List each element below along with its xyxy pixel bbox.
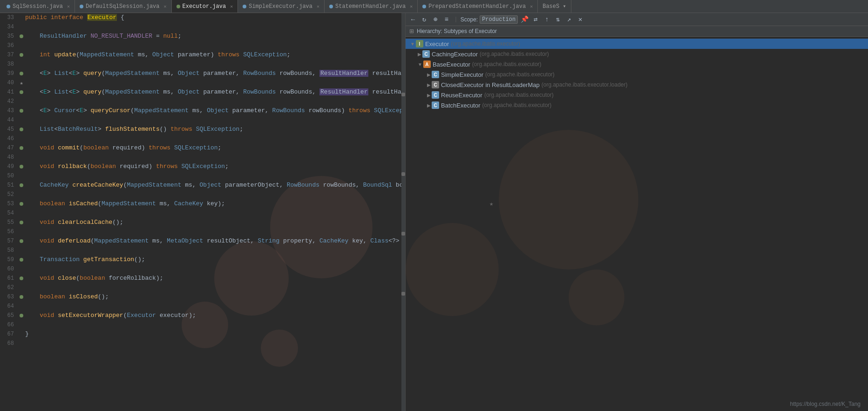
tree-expand-icon[interactable]: ▼ — [418, 62, 422, 67]
hierarchy-sync-btn[interactable]: ⇄ — [531, 15, 540, 24]
tab-close-icon[interactable]: ✕ — [410, 4, 413, 9]
code-line-55: 55 void clearLocalCache(); — [0, 218, 405, 227]
tree-label: ReuseExecutor — [441, 92, 482, 99]
line-number: 37 — [0, 52, 18, 58]
tree-item-cachingexecutor[interactable]: ▶ C CachingExecutor (org.apache.ibatis.e… — [406, 49, 868, 59]
tab-preparedstatement[interactable]: PreparedStatementHandler.java ✕ — [418, 0, 538, 13]
tab-close-icon[interactable]: ✕ — [164, 4, 167, 9]
line-content — [25, 339, 405, 348]
hierarchy-expand-btn[interactable]: ⊕ — [431, 15, 440, 24]
scrollbar-marker — [401, 172, 405, 176]
code-line-68: 68 — [0, 339, 405, 348]
gutter-dot — [20, 146, 23, 150]
line-gutter — [18, 165, 25, 168]
tab-statementhandler[interactable]: StatementHandler.java ✕ — [325, 0, 418, 13]
tree-expand-icon[interactable]: ▶ — [427, 72, 431, 77]
tab-executor[interactable]: Executor.java ✕ — [172, 0, 238, 13]
hierarchy-tree: ★ ▼ I Executor (org.apache.ibatis.execut… — [406, 37, 868, 411]
tree-expand-icon[interactable]: ▶ — [418, 52, 421, 57]
tree-pkg: (org.apache.ibatis.executor) — [480, 51, 549, 57]
tab-defaultsqlsession[interactable]: DefaultSqlSession.java ✕ — [75, 0, 171, 13]
code-line-63: 63 boolean isClosed(); — [0, 292, 405, 302]
line-number: 42 — [0, 98, 18, 105]
tab-close-icon[interactable]: ✕ — [230, 4, 233, 9]
deco-circle-h3 — [569, 270, 624, 325]
tab-close-icon[interactable]: ✕ — [530, 4, 533, 9]
line-gutter — [18, 128, 25, 131]
tab-bar: SqlSession.java ✕ DefaultSqlSession.java… — [0, 0, 868, 13]
abstract-class-icon: A — [423, 61, 431, 68]
line-content: void close(boolean forceRollback); — [25, 274, 405, 283]
tree-expand-icon[interactable]: ▶ — [427, 82, 431, 88]
code-line-67: 67 } — [0, 330, 405, 339]
interface-icon: I — [416, 40, 423, 47]
hierarchy-title-icon: ⊞ — [409, 28, 414, 34]
tab-label: SimpleExecutor.java — [249, 3, 312, 10]
code-line-53: 53 boolean isCached(MappedStatement ms, … — [0, 199, 405, 209]
hierarchy-export-btn[interactable]: ↗ — [564, 15, 574, 24]
tree-expand-icon[interactable]: ▼ — [410, 41, 415, 47]
class-icon: C — [432, 71, 439, 78]
code-line-50: 50 — [0, 171, 405, 181]
code-line-65: 65 void setExecutorWrapper(Executor exec… — [0, 311, 405, 320]
tree-item-batchexecutor[interactable]: ▶ C BatchExecutor (org.apache.ibatis.exe… — [406, 100, 868, 110]
line-content: ResultHandler NO_RESULT_HANDLER = null; — [25, 32, 405, 41]
scrollbar-marker — [401, 232, 405, 236]
hierarchy-title: Hierarchy: Subtypes of Executor — [417, 28, 497, 34]
gutter-dot — [20, 295, 23, 299]
line-gutter — [18, 109, 25, 113]
hierarchy-up-btn[interactable]: ↑ — [542, 15, 551, 24]
tab-close-icon[interactable]: ✕ — [317, 4, 319, 9]
editor-scrollbar[interactable] — [401, 13, 405, 411]
tab-label: StatementHandler.java — [335, 3, 406, 10]
tree-item-executor[interactable]: ▼ I Executor (org.apache.ibatis.executor… — [406, 39, 868, 49]
line-content — [25, 209, 405, 218]
tree-expand-icon[interactable]: ▶ — [427, 93, 431, 98]
hierarchy-options-btn[interactable]: ≡ — [442, 15, 451, 24]
code-line-47: 47 void commit(boolean required) throws … — [0, 143, 405, 153]
tree-pkg: (org.apache.ibatis.executor) — [482, 102, 552, 108]
deco-circle-h2 — [406, 223, 499, 316]
tab-simpleexecutor[interactable]: SimpleExecutor.java ✕ — [238, 0, 325, 13]
line-number: 60 — [0, 266, 18, 272]
tab-bases[interactable]: BaseS ▾ — [538, 0, 571, 13]
hierarchy-pin-btn[interactable]: 📌 — [520, 15, 529, 24]
tab-dot — [243, 5, 246, 8]
line-number: 57 — [0, 238, 18, 244]
scrollbar-marker — [401, 292, 405, 296]
toolbar-separator: | — [454, 16, 458, 23]
tab-close-icon[interactable]: ✕ — [67, 4, 70, 9]
hierarchy-refresh-btn[interactable]: ↻ — [420, 15, 429, 24]
tree-item-baseexecutor[interactable]: ▼ A BaseExecutor (org.apache.ibatis.exec… — [406, 59, 868, 69]
tree-item-reuseexecutor[interactable]: ▶ C ReuseExecutor (org.apache.ibatis.exe… — [406, 90, 868, 100]
line-content — [25, 78, 405, 88]
hierarchy-back-btn[interactable]: ← — [408, 15, 418, 24]
code-line-39: 39 <E> List<E> query(MappedStatement ms,… — [0, 69, 405, 78]
line-number: 65 — [0, 312, 18, 319]
tree-item-closedexecutor[interactable]: ▶ C ClosedExecutor in ResultLoaderMap (o… — [406, 80, 868, 90]
line-content — [25, 190, 405, 199]
gutter-star[interactable]: ★ — [20, 80, 23, 87]
line-content: <E> Cursor<E> queryCursor(MappedStatemen… — [25, 106, 405, 115]
scope-label: Scope: — [461, 16, 478, 23]
scope-dropdown[interactable]: Production — [480, 15, 518, 24]
tree-pkg: (org.apache.ibatis.executor) — [485, 71, 555, 78]
code-area[interactable]: 33 public interface Executor { 34 35 Res… — [0, 13, 405, 411]
line-number: 52 — [0, 191, 18, 198]
hierarchy-sort-btn[interactable]: ⇅ — [553, 15, 563, 24]
tree-pkg: (org.apache.ibatis.executor.loader) — [542, 81, 628, 88]
tab-dot — [176, 5, 180, 8]
hierarchy-close-btn[interactable]: ✕ — [576, 15, 585, 24]
tab-sqlsession[interactable]: SqlSession.java ✕ — [2, 0, 75, 13]
line-gutter: ★ — [18, 80, 25, 87]
line-content: void setExecutorWrapper(Executor executo… — [25, 311, 405, 320]
code-line-44: 44 — [0, 115, 405, 125]
watermark: https://blog.csdn.net/K_Tang — [790, 401, 861, 407]
tree-expand-icon[interactable]: ▶ — [427, 103, 431, 108]
line-content — [25, 22, 405, 32]
line-number: 59 — [0, 256, 18, 263]
tree-item-simpleexecutor[interactable]: ▶ C SimpleExecutor (org.apache.ibatis.ex… — [406, 69, 868, 80]
gutter-dot — [20, 183, 23, 187]
line-content — [25, 320, 405, 330]
line-number: 61 — [0, 275, 18, 282]
